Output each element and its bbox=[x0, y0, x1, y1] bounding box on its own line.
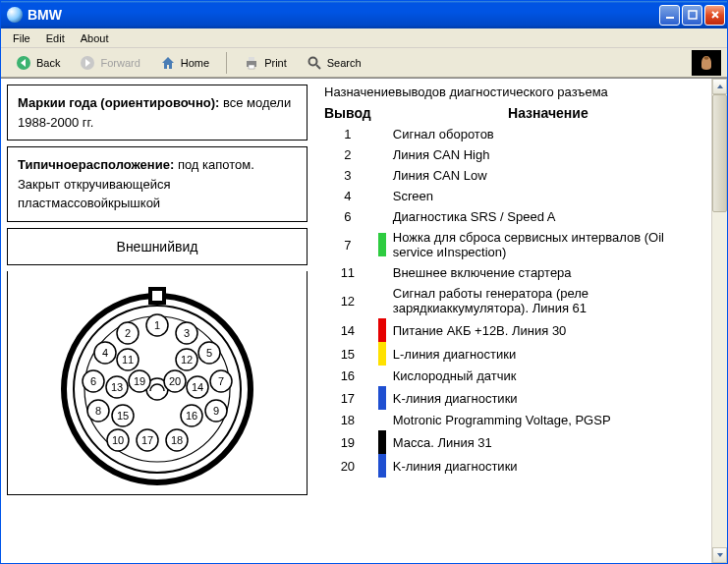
pin-cell: 20 bbox=[318, 454, 377, 478]
back-icon bbox=[16, 55, 31, 71]
pin-cell: 7 bbox=[318, 227, 377, 262]
connector-svg: 1234511126713141920891516101718 bbox=[44, 281, 270, 487]
color-bar-cell bbox=[377, 144, 387, 165]
right-pane: Назначениевыводов диагностического разъе… bbox=[313, 79, 711, 563]
table-title: Назначениевыводов диагностического разъе… bbox=[318, 82, 709, 102]
scroll-thumb[interactable] bbox=[712, 94, 727, 212]
search-icon bbox=[307, 55, 322, 71]
color-bar-cell bbox=[377, 318, 387, 342]
desc-cell: Внешнее включение стартера bbox=[387, 262, 709, 283]
minimize-button[interactable] bbox=[659, 5, 680, 26]
connector-diagram: 1234511126713141920891516101718 bbox=[7, 271, 308, 495]
menu-about[interactable]: About bbox=[73, 30, 117, 46]
table-row: 2Линия CAN High bbox=[318, 144, 709, 165]
table-row: 7Ножка для сброса сервисных интервалов (… bbox=[318, 227, 709, 262]
table-row: 15L-линия диагностики bbox=[318, 342, 709, 366]
content-area: Маркии года (ориентировочно): все модели… bbox=[1, 78, 727, 563]
close-button[interactable] bbox=[704, 5, 725, 26]
svg-text:13: 13 bbox=[111, 381, 123, 393]
titlebar: BMW bbox=[1, 1, 727, 28]
toolbar: Back Forward Home Print Search bbox=[1, 48, 727, 78]
color-bar-cell bbox=[377, 342, 387, 366]
color-bar-cell bbox=[377, 206, 387, 227]
pin-cell: 16 bbox=[318, 366, 377, 386]
svg-text:17: 17 bbox=[141, 434, 153, 446]
home-label: Home bbox=[181, 57, 209, 69]
table-row: 6Диагностика SRS / Speed A bbox=[318, 206, 709, 227]
svg-text:11: 11 bbox=[122, 354, 134, 366]
desc-cell: Линия CAN Low bbox=[387, 165, 709, 186]
pinout-table: Назначениевыводов диагностического разъе… bbox=[318, 82, 709, 478]
svg-text:12: 12 bbox=[181, 354, 193, 366]
svg-text:9: 9 bbox=[213, 405, 219, 417]
desc-cell: Сигнал оборотов bbox=[387, 124, 709, 144]
scroll-down-button[interactable] bbox=[712, 547, 727, 563]
svg-text:7: 7 bbox=[218, 375, 224, 387]
menu-edit[interactable]: Edit bbox=[38, 30, 73, 46]
pin-cell: 3 bbox=[318, 165, 377, 186]
desc-cell: Ножка для сброса сервисных интервалов (O… bbox=[387, 227, 709, 262]
svg-text:14: 14 bbox=[192, 381, 203, 393]
toolbar-logo bbox=[692, 50, 721, 76]
svg-text:2: 2 bbox=[125, 327, 131, 339]
print-label: Print bbox=[264, 57, 287, 69]
print-button[interactable]: Print bbox=[235, 51, 296, 75]
forward-button[interactable]: Forward bbox=[71, 51, 148, 75]
color-bar-cell bbox=[377, 430, 387, 454]
svg-rect-6 bbox=[249, 65, 254, 69]
color-bar-cell bbox=[377, 366, 387, 386]
pin-cell: 6 bbox=[318, 206, 377, 227]
search-button[interactable]: Search bbox=[298, 51, 370, 75]
col-desc-header: Назначение bbox=[387, 102, 709, 124]
table-row: 18Motronic Programming Voltage, PGSP bbox=[318, 410, 709, 430]
table-row: 1Сигнал оборотов bbox=[318, 124, 709, 144]
color-bar bbox=[378, 318, 386, 342]
model-info-box: Маркии года (ориентировочно): все модели… bbox=[7, 85, 308, 141]
col-pin-header: Вывод bbox=[318, 102, 377, 124]
svg-rect-5 bbox=[249, 57, 254, 61]
pin-cell: 19 bbox=[318, 430, 377, 454]
window-controls bbox=[659, 5, 725, 26]
desc-cell: K-линия диагностики bbox=[387, 454, 709, 478]
back-button[interactable]: Back bbox=[7, 51, 69, 75]
pin-cell: 18 bbox=[318, 410, 377, 430]
svg-text:10: 10 bbox=[112, 434, 124, 446]
desc-cell: Масса. Линия 31 bbox=[387, 430, 709, 454]
desc-cell: Кислородный датчик bbox=[387, 366, 709, 386]
table-row: 20K-линия диагностики bbox=[318, 454, 709, 478]
forward-label: Forward bbox=[100, 57, 140, 69]
menu-file[interactable]: File bbox=[5, 30, 38, 46]
model-label: Маркии года (ориентировочно): bbox=[18, 95, 219, 110]
table-row: 17K-линия диагностики bbox=[318, 386, 709, 410]
table-row: 14Питание АКБ +12В. Линия 30 bbox=[318, 318, 709, 342]
vertical-scrollbar[interactable] bbox=[711, 79, 727, 563]
pin-cell: 1 bbox=[318, 124, 377, 144]
desc-cell: Motronic Programming Voltage, PGSP bbox=[387, 410, 709, 430]
home-button[interactable]: Home bbox=[151, 51, 218, 75]
svg-point-7 bbox=[308, 57, 316, 65]
scroll-up-button[interactable] bbox=[712, 79, 727, 94]
svg-text:3: 3 bbox=[184, 327, 190, 339]
color-bar bbox=[378, 454, 386, 478]
table-row: 16Кислородный датчик bbox=[318, 366, 709, 386]
desc-cell: K-линия диагностики bbox=[387, 386, 709, 410]
toolbar-separator bbox=[226, 52, 227, 74]
print-icon bbox=[244, 55, 259, 71]
table-row: 3Линия CAN Low bbox=[318, 165, 709, 186]
table-row: 19Масса. Линия 31 bbox=[318, 430, 709, 454]
maximize-button[interactable] bbox=[682, 5, 702, 26]
svg-point-9 bbox=[704, 56, 709, 60]
scroll-track[interactable] bbox=[712, 212, 727, 547]
color-bar-cell bbox=[377, 386, 387, 410]
svg-text:19: 19 bbox=[134, 375, 145, 387]
table-row: 11Внешнее включение стартера bbox=[318, 262, 709, 283]
svg-rect-0 bbox=[666, 17, 674, 19]
svg-line-8 bbox=[316, 65, 320, 69]
app-window: BMW File Edit About Back bbox=[0, 0, 728, 564]
pin-cell: 12 bbox=[318, 283, 377, 318]
color-bar-cell bbox=[377, 283, 387, 318]
color-bar bbox=[378, 386, 386, 410]
desc-cell: L-линия диагностики bbox=[387, 342, 709, 366]
svg-text:18: 18 bbox=[171, 434, 183, 446]
svg-text:4: 4 bbox=[102, 347, 108, 359]
